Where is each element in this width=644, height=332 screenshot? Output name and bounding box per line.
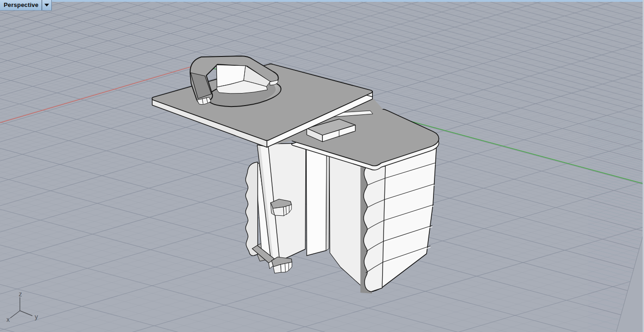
viewport-canvas[interactable]: z y x xyxy=(0,0,644,332)
active-viewport-border-top xyxy=(0,0,644,2)
viewport-title[interactable]: Perspective xyxy=(0,1,42,9)
triad-z-label: z xyxy=(19,290,22,298)
viewport-title-tab[interactable]: Perspective xyxy=(0,0,52,11)
viewport-menu-button[interactable] xyxy=(42,0,51,10)
model-mid-bracket xyxy=(271,199,291,216)
triad-x-label: x xyxy=(6,316,10,323)
triad-y-label: y xyxy=(35,313,38,320)
chevron-down-icon xyxy=(44,4,49,6)
rhino-viewport-window: { "viewport": { "tab_label": "Perspectiv… xyxy=(0,0,644,332)
viewport-3d-scene: z y x xyxy=(0,0,644,332)
model-scalloped-strip xyxy=(246,162,258,256)
